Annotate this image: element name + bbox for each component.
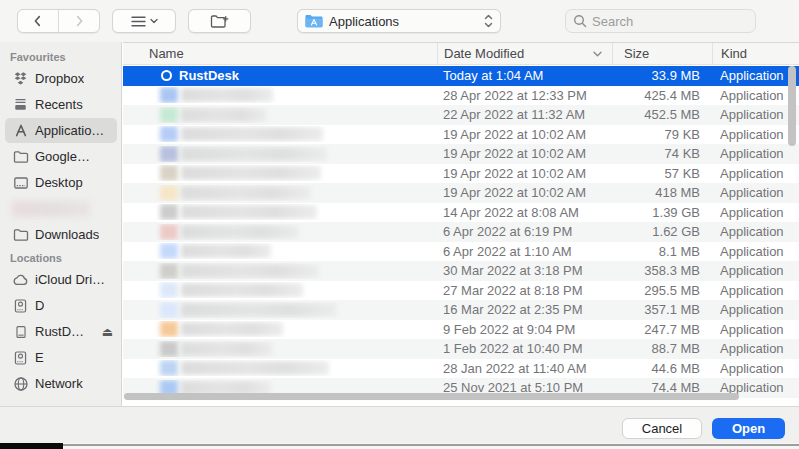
sidebar-item-label: E <box>35 350 44 365</box>
table-row[interactable]: 30 Mar 2022 at 3:18 PM358.3 MBApplicatio… <box>123 261 799 281</box>
size-cell: 1.62 GB <box>612 224 712 239</box>
kind-cell: Application <box>712 107 799 122</box>
size-cell: 8.1 MB <box>612 244 712 259</box>
table-row[interactable]: RustDeskToday at 1:04 AM33.9 MBApplicati… <box>123 66 799 86</box>
chevron-down-icon <box>150 18 158 24</box>
name-cell <box>123 360 437 376</box>
redacted-file-name <box>181 186 311 200</box>
kind-cell: Application <box>712 302 799 317</box>
sidebar-item-e[interactable]: E <box>5 345 117 370</box>
sidebar-item-icloud-dri[interactable]: iCloud Dri… <box>5 267 117 292</box>
new-folder-button[interactable] <box>188 9 251 33</box>
folder-icon <box>12 149 29 165</box>
size-cell: 33.9 MB <box>612 68 712 83</box>
redacted-app-icon <box>160 243 178 259</box>
sidebar-item-rustd[interactable]: RustD…⏏ <box>5 319 117 344</box>
sidebar-item-recents[interactable]: Recents <box>5 92 117 117</box>
table-row[interactable]: 28 Jan 2022 at 11:40 AM44.6 MBApplicatio… <box>123 359 799 379</box>
redacted-app-icon <box>160 107 178 123</box>
table-row[interactable]: 14 Apr 2022 at 8:08 AM1.39 GBApplication <box>123 203 799 223</box>
date-cell: 14 Apr 2022 at 8:08 AM <box>437 205 612 220</box>
sidebar-item-google[interactable]: Google… <box>5 144 117 169</box>
sort-chevron-down-icon <box>593 51 602 57</box>
internal-disk-icon <box>12 350 29 366</box>
table-row[interactable]: 19 Apr 2022 at 10:02 AM79 KBApplication <box>123 125 799 145</box>
list-view-icon <box>131 15 146 28</box>
table-row[interactable]: 19 Apr 2022 at 10:02 AM57 KBApplication <box>123 164 799 184</box>
stepper-chevrons-icon <box>484 14 493 28</box>
redacted-file-name <box>181 205 317 219</box>
table-row[interactable]: 6 Apr 2022 at 6:19 PM1.62 GBApplication <box>123 222 799 242</box>
name-cell <box>123 204 437 220</box>
vertical-scrollbar[interactable] <box>788 66 796 146</box>
nav-button-group <box>17 9 100 33</box>
forward-button[interactable] <box>58 10 99 32</box>
external-disk-icon <box>12 324 29 340</box>
table-row[interactable]: 1 Feb 2022 at 10:40 PM88.7 MBApplication <box>123 339 799 359</box>
column-header-name-label: Name <box>149 46 184 61</box>
column-header-date-modified[interactable]: Date Modified <box>437 43 612 64</box>
table-row[interactable]: 9 Feb 2022 at 9:04 PM247.7 MBApplication <box>123 320 799 340</box>
table-rows: RustDeskToday at 1:04 AM33.9 MBApplicati… <box>123 66 799 398</box>
column-header-size-label: Size <box>624 46 649 61</box>
sidebar-item-label: D <box>35 298 44 313</box>
column-header-name[interactable]: Name <box>123 43 437 64</box>
sidebar-item-dropbox[interactable]: Dropbox <box>5 66 117 91</box>
redacted-app-icon <box>160 87 178 103</box>
kind-cell: Application <box>712 127 799 142</box>
table-row[interactable]: 28 Apr 2022 at 12:33 PM425.4 MBApplicati… <box>123 86 799 106</box>
kind-cell: Application <box>712 68 799 83</box>
size-cell: 295.5 MB <box>612 283 712 298</box>
date-cell: 6 Apr 2022 at 1:10 AM <box>437 244 612 259</box>
sidebar-item-label: Applicatio… <box>35 123 104 138</box>
table-row[interactable]: 27 Mar 2022 at 8:18 PM295.5 MBApplicatio… <box>123 281 799 301</box>
name-cell <box>123 224 437 240</box>
horizontal-scrollbar[interactable] <box>124 393 739 400</box>
redacted-app-icon <box>160 321 178 337</box>
table-row[interactable]: 22 Apr 2022 at 11:32 AM452.5 MBApplicati… <box>123 105 799 125</box>
folder-icon <box>12 227 29 243</box>
redacted-sidebar-item <box>12 201 90 217</box>
back-button[interactable] <box>18 10 58 32</box>
view-options-button[interactable] <box>112 9 176 33</box>
open-button[interactable]: Open <box>712 418 785 439</box>
size-cell: 452.5 MB <box>612 107 712 122</box>
name-cell <box>123 302 437 318</box>
redacted-app-icon <box>160 126 178 142</box>
sidebar-item-downloads[interactable]: Downloads <box>5 222 117 247</box>
redacted-app-icon <box>160 224 178 240</box>
sidebar-item-network[interactable]: Network <box>5 371 117 396</box>
date-cell: 19 Apr 2022 at 10:02 AM <box>437 127 612 142</box>
table-row[interactable]: 19 Apr 2022 at 10:02 AM74 KBApplication <box>123 144 799 164</box>
location-dropdown-label: Applications <box>329 14 484 29</box>
date-cell: 22 Apr 2022 at 11:32 AM <box>437 107 612 122</box>
table-row[interactable]: 6 Apr 2022 at 1:10 AM8.1 MBApplication <box>123 242 799 262</box>
redacted-file-name <box>181 88 273 102</box>
sidebar-section-title: Favourites <box>0 47 121 66</box>
redacted-file-name <box>181 264 319 278</box>
redacted-app-icon <box>160 146 178 162</box>
location-dropdown[interactable]: Applications <box>297 9 501 33</box>
name-cell <box>123 263 437 279</box>
cancel-button[interactable]: Cancel <box>622 418 702 439</box>
sidebar-item-d[interactable]: D <box>5 293 117 318</box>
table-row[interactable]: 19 Apr 2022 at 10:02 AM418 MBApplication <box>123 183 799 203</box>
size-cell: 88.7 MB <box>612 341 712 356</box>
column-header-size[interactable]: Size <box>612 43 712 64</box>
eject-icon[interactable]: ⏏ <box>102 325 113 339</box>
kind-cell: Application <box>712 166 799 181</box>
sidebar-item-desktop[interactable]: Desktop <box>5 170 117 195</box>
table-row[interactable]: 16 Mar 2022 at 2:35 PM357.1 MBApplicatio… <box>123 300 799 320</box>
date-cell: 28 Apr 2022 at 12:33 PM <box>437 88 612 103</box>
column-header-kind[interactable]: Kind <box>712 43 799 64</box>
redacted-file-name <box>181 361 329 375</box>
size-cell: 79 KB <box>612 127 712 142</box>
name-cell <box>123 243 437 259</box>
sidebar-item-label: Downloads <box>35 227 99 242</box>
sidebar-item-applicatio[interactable]: Applicatio… <box>5 118 117 143</box>
file-open-dialog: Applications Search FavouritesDropboxRec… <box>0 0 799 449</box>
sidebar-item-label: iCloud Dri… <box>35 272 105 287</box>
size-cell: 425.4 MB <box>612 88 712 103</box>
sidebar-item-redacted[interactable] <box>5 196 117 221</box>
search-input[interactable]: Search <box>565 9 756 33</box>
